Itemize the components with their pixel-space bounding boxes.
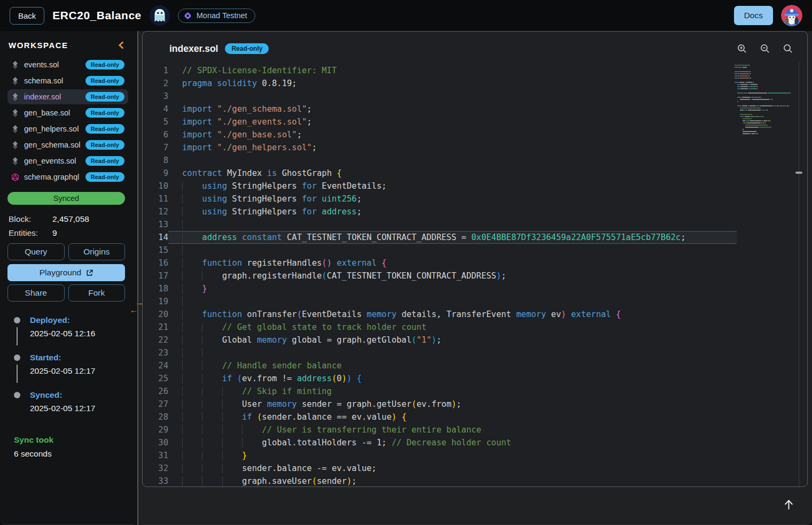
code-text: using StringHelpers for uint256; (168, 192, 737, 205)
code-line[interactable]: 31 } (143, 449, 807, 462)
code-line[interactable]: 20 function onTransfer(EventDetails memo… (143, 308, 807, 321)
workspace-sidebar: WORKSPACE events.solRead-onlyschema.solR… (0, 31, 134, 525)
file-name: gen_base.sol (24, 109, 70, 117)
timeline-dot-icon (14, 354, 20, 361)
file-name: gen_helpers.sol (24, 125, 79, 133)
code-line[interactable]: 17 graph.registerHandle(CAT_TESTNET_TOKE… (143, 269, 807, 282)
file-item[interactable]: schema.solRead-only (7, 73, 128, 88)
file-name: indexer.sol (24, 92, 61, 101)
code-line[interactable]: 8 (143, 154, 807, 167)
code-text: Global memory global = graph.getGlobal("… (168, 334, 737, 346)
scroll-to-top-button[interactable] (783, 499, 794, 510)
code-line[interactable]: 21 // Get global state to track holder c… (143, 321, 807, 334)
code-line[interactable]: 1// SPDX-License-Identifier: MIT (143, 64, 807, 77)
monad-icon (183, 11, 192, 20)
code-line[interactable]: 26 // Skip if minting (143, 385, 807, 398)
line-number: 25 (143, 372, 168, 385)
code-text: // Handle sender balance (168, 359, 737, 372)
code-line[interactable]: 33 graph.saveUser(sender); (143, 475, 807, 487)
code-line[interactable]: 24 // Handle sender balance (143, 359, 807, 372)
file-item[interactable]: gen_schema.solRead-only (7, 137, 128, 152)
file-list: events.solRead-onlyschema.solRead-onlyin… (7, 57, 128, 184)
code-line[interactable]: 2pragma solidity 0.8.19; (143, 77, 807, 90)
line-number: 8 (143, 154, 168, 167)
code-line[interactable]: 16 function registerHandles() external { (143, 257, 807, 269)
solidity-icon (11, 157, 19, 165)
code-line[interactable]: 13 (143, 218, 807, 231)
code-line[interactable]: 6import "./gen_base.sol"; (143, 128, 807, 141)
timeline-item: Synced:2025-02-05 12:17 (14, 390, 128, 428)
file-item[interactable]: indexer.solRead-only (7, 89, 128, 104)
panel-resize-handle[interactable]: → ← (134, 31, 142, 525)
file-item[interactable]: gen_helpers.solRead-only (7, 121, 128, 136)
code-lines: 1// SPDX-License-Identifier: MIT2pragma … (143, 64, 807, 487)
code-line[interactable]: 15 (143, 244, 807, 257)
zoom-out-icon[interactable] (760, 43, 770, 54)
back-button[interactable]: Back (10, 7, 44, 25)
scrollbar-thumb[interactable] (795, 172, 802, 174)
code-line[interactable]: 5import "./gen_events.sol"; (143, 115, 807, 128)
code-text: } (168, 449, 737, 462)
code-line[interactable]: 23 (143, 346, 807, 359)
readonly-badge: Read-only (85, 60, 124, 70)
code-line[interactable]: 3 (143, 90, 807, 103)
scrollbar-track[interactable] (799, 61, 799, 487)
line-number: 17 (143, 269, 168, 282)
file-item[interactable]: events.solRead-only (7, 57, 128, 72)
code-line[interactable]: 4import "./gen_schema.sol"; (143, 103, 807, 115)
file-item[interactable]: gen_base.solRead-only (7, 105, 128, 120)
solidity-icon (11, 125, 19, 133)
readonly-badge: Read-only (85, 172, 124, 182)
code-line[interactable]: 19 (143, 295, 807, 308)
file-name: gen_events.sol (24, 157, 76, 165)
code-text: function onTransfer(EventDetails memory … (168, 308, 737, 321)
file-name: events.sol (24, 60, 59, 69)
zoom-in-icon[interactable] (737, 43, 747, 54)
line-number: 1 (143, 64, 168, 77)
code-line[interactable]: 18 } (143, 282, 807, 295)
file-item[interactable]: schema.graphqlRead-only (7, 169, 128, 184)
line-number: 18 (143, 282, 168, 295)
code-line[interactable]: 10 using StringHelpers for EventDetails; (143, 180, 807, 192)
file-item[interactable]: gen_events.solRead-only (7, 153, 128, 168)
code-line[interactable]: 25 if (ev.from != address(0)) { (143, 372, 807, 385)
code-line[interactable]: 28 if (sender.balance == ev.value) { (143, 411, 807, 423)
sync-took-value: 6 seconds (14, 449, 128, 459)
line-number: 31 (143, 449, 168, 462)
code-line[interactable]: 22 Global memory global = graph.getGloba… (143, 334, 807, 346)
line-number: 7 (143, 141, 168, 154)
solidity-icon (11, 93, 19, 101)
line-number: 9 (143, 167, 168, 180)
query-button[interactable]: Query (7, 243, 65, 260)
line-number: 22 (143, 334, 168, 346)
code-text: if (sender.balance == ev.value) { (168, 411, 737, 423)
code-line[interactable]: 29 // User is transferring their entire … (143, 423, 807, 436)
line-number: 24 (143, 359, 168, 372)
line-number: 21 (143, 321, 168, 334)
code-line[interactable]: 12 using StringHelpers for address; (143, 205, 807, 218)
origins-button[interactable]: Origins (68, 243, 126, 260)
code-line[interactable]: 27 User memory sender = graph.getUser(ev… (143, 398, 807, 411)
share-button[interactable]: Share (7, 284, 65, 302)
code-line[interactable]: 32 sender.balance -= ev.value; (143, 462, 807, 475)
code-line[interactable]: 7import "./gen_helpers.sol"; (143, 141, 807, 154)
line-number: 19 (143, 295, 168, 308)
docs-button[interactable]: Docs (734, 6, 773, 25)
code-text: User memory sender = graph.getUser(ev.fr… (168, 398, 737, 411)
playground-button[interactable]: Playground (7, 264, 125, 281)
code-line[interactable]: 14 address constant CAT_TESTNET_TOKEN_CO… (143, 231, 807, 244)
code-line[interactable]: 9contract MyIndex is GhostGraph { (143, 167, 807, 180)
fork-button[interactable]: Fork (68, 284, 126, 302)
page-title: ERC20_Balance (52, 9, 141, 22)
editor-filename: indexer.sol (169, 43, 218, 55)
collapse-chevron-icon[interactable] (117, 41, 125, 50)
search-icon[interactable] (783, 43, 793, 54)
line-number: 29 (143, 423, 168, 436)
minimap[interactable] (735, 65, 793, 134)
code-line[interactable]: 30 global.totalHolders -= 1; // Decrease… (143, 436, 807, 449)
stat-value: 2,457,058 (52, 214, 89, 224)
user-avatar[interactable] (781, 5, 802, 26)
external-link-icon (86, 269, 93, 276)
code-line[interactable]: 11 using StringHelpers for uint256; (143, 192, 807, 205)
network-badge[interactable]: Monad Testnet (178, 9, 255, 23)
